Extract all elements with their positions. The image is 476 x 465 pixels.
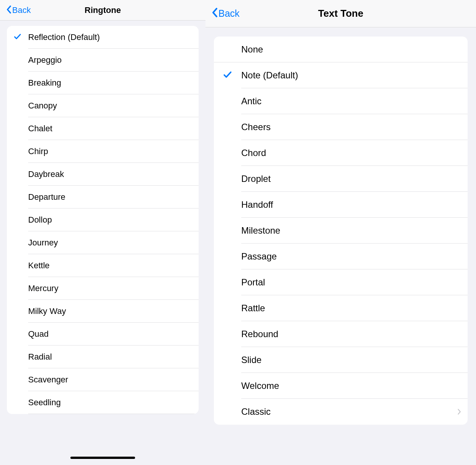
list-item[interactable]: Handoff xyxy=(214,192,468,218)
content-area: Reflection (Default)ArpeggioBreakingCano… xyxy=(0,21,205,465)
list-item[interactable]: Reflection (Default) xyxy=(7,26,199,49)
chevron-right-icon xyxy=(457,406,462,418)
list-item[interactable]: Note (Default) xyxy=(214,62,468,88)
list-item-label: Rattle xyxy=(241,303,462,314)
list-item[interactable]: Rattle xyxy=(214,295,468,321)
list-item-label: Chord xyxy=(241,148,462,158)
list-item[interactable]: Kettle xyxy=(7,254,199,277)
list-item-label: Rebound xyxy=(241,329,462,339)
list-item-label: Slide xyxy=(241,355,462,365)
list-item-label: Radial xyxy=(28,352,193,362)
list-item[interactable]: Journey xyxy=(7,231,199,254)
list-item[interactable]: Antic xyxy=(214,88,468,114)
list-item-label: Reflection (Default) xyxy=(28,32,193,42)
home-indicator[interactable] xyxy=(70,457,135,459)
content-area: NoneNote (Default)AnticCheersChordDrople… xyxy=(205,27,476,465)
list-item[interactable]: Departure xyxy=(7,186,199,209)
list-item[interactable]: Canopy xyxy=(7,94,199,117)
checkmark-icon xyxy=(13,32,22,42)
back-button[interactable]: Back xyxy=(212,8,240,19)
list-item-label: Chalet xyxy=(28,124,193,134)
list-item[interactable]: Chord xyxy=(214,140,468,166)
list-item[interactable]: Radial xyxy=(7,346,199,368)
list-item-label: Milky Way xyxy=(28,306,193,316)
list-item[interactable]: Milky Way xyxy=(7,300,199,323)
list-item-label: Classic xyxy=(241,406,457,417)
back-button[interactable]: Back xyxy=(6,5,31,15)
list-item[interactable]: Scavenger xyxy=(7,368,199,391)
page-title: Text Tone xyxy=(318,8,363,19)
list-item-label: Antic xyxy=(241,96,462,107)
list-item-label: Passage xyxy=(241,251,462,262)
list-item-label: Welcome xyxy=(241,381,462,391)
list-item-label: Seedling xyxy=(28,398,193,408)
list-item[interactable]: Mercury xyxy=(7,277,199,300)
list-item[interactable]: Classic xyxy=(214,399,468,425)
list-item[interactable]: Seedling xyxy=(7,391,199,414)
ringtone-list: Reflection (Default)ArpeggioBreakingCano… xyxy=(7,26,199,414)
list-item[interactable]: Quad xyxy=(7,323,199,346)
list-item-label: Portal xyxy=(241,277,462,288)
check-column xyxy=(214,70,241,81)
list-item-label: Departure xyxy=(28,192,193,202)
list-item-label: Chirp xyxy=(28,147,193,156)
checkmark-icon xyxy=(223,70,232,81)
page-title: Ringtone xyxy=(84,5,121,15)
list-item-label: None xyxy=(241,44,462,55)
texttone-list: NoneNote (Default)AnticCheersChordDrople… xyxy=(214,37,468,425)
list-item-label: Breaking xyxy=(28,78,193,88)
navbar: Back Ringtone xyxy=(0,0,205,21)
list-item-label: Note (Default) xyxy=(241,70,462,81)
chevron-left-icon xyxy=(212,8,218,19)
list-item-label: Dollop xyxy=(28,215,193,225)
list-item[interactable]: Daybreak xyxy=(7,163,199,186)
list-item[interactable]: Dollop xyxy=(7,209,199,231)
ringtone-screen: Back Ringtone Reflection (Default)Arpegg… xyxy=(0,0,205,465)
list-item-label: Milestone xyxy=(241,225,462,236)
list-item-label: Droplet xyxy=(241,174,462,184)
list-item[interactable]: Milestone xyxy=(214,218,468,244)
list-item[interactable]: Portal xyxy=(214,269,468,295)
list-item[interactable]: None xyxy=(214,37,468,62)
list-item[interactable]: Slide xyxy=(214,347,468,373)
back-label: Back xyxy=(12,5,31,15)
list-item[interactable]: Rebound xyxy=(214,321,468,347)
navbar: Back Text Tone xyxy=(205,0,476,27)
check-column xyxy=(7,32,28,42)
list-item[interactable]: Cheers xyxy=(214,114,468,140)
list-item[interactable]: Welcome xyxy=(214,373,468,399)
list-item[interactable]: Arpeggio xyxy=(7,49,199,72)
texttone-screen: Back Text Tone NoneNote (Default)AnticCh… xyxy=(205,0,476,465)
list-item-label: Canopy xyxy=(28,101,193,111)
list-item-label: Handoff xyxy=(241,199,462,210)
list-item-label: Journey xyxy=(28,238,193,248)
chevron-left-icon xyxy=(6,5,11,15)
list-item[interactable]: Breaking xyxy=(7,72,199,94)
list-item[interactable]: Passage xyxy=(214,244,468,269)
list-item-label: Quad xyxy=(28,329,193,339)
separator xyxy=(28,414,199,414)
list-item-label: Scavenger xyxy=(28,375,193,385)
list-item[interactable]: Chirp xyxy=(7,140,199,163)
back-label: Back xyxy=(218,8,240,19)
list-item[interactable]: Chalet xyxy=(7,117,199,140)
list-item-label: Arpeggio xyxy=(28,55,193,65)
list-item-label: Daybreak xyxy=(28,169,193,179)
list-item-label: Mercury xyxy=(28,283,193,293)
list-item-label: Cheers xyxy=(241,122,462,132)
list-item-label: Kettle xyxy=(28,261,193,271)
list-item[interactable]: Droplet xyxy=(214,166,468,192)
